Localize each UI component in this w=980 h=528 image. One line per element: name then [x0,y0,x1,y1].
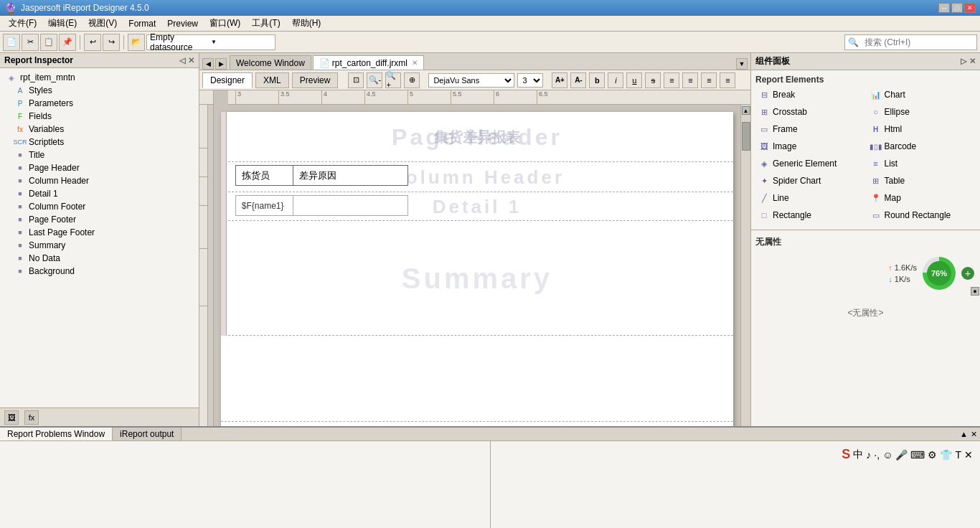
ime-icon-10[interactable]: T [955,449,961,461]
menu-format[interactable]: Format [123,17,161,30]
italic-button[interactable]: i [608,72,623,88]
tree-page-footer[interactable]: ■ Page Footer [0,213,199,226]
right-panel-close-button[interactable]: ✕ [969,57,976,66]
restore-button[interactable]: □ [951,3,963,13]
font-family-select[interactable]: DejaVu Sans [428,73,514,88]
ime-icon-9[interactable]: 👕 [940,449,952,461]
tree-parameters[interactable]: P Parameters [0,97,199,110]
ime-icon-2[interactable]: 中 [853,448,863,461]
right-scroll-indicator[interactable]: ● [971,287,979,296]
font-bigger-button[interactable]: A+ [552,72,567,88]
element-generic[interactable]: ◈ Generic Element [755,156,864,171]
expression-button[interactable]: fx [24,410,39,425]
ime-icon-6[interactable]: 🎤 [895,449,908,461]
ime-icon-1[interactable]: S [842,447,850,462]
element-chart[interactable]: 📊 Chart [867,88,976,102]
paste-button[interactable]: 📌 [59,34,76,51]
new-button[interactable]: 📄 [3,34,20,51]
element-html[interactable]: H Html [867,122,976,136]
tree-column-header[interactable]: ■ Column Header [0,174,199,187]
open-button[interactable]: 📂 [128,34,145,51]
tree-root[interactable]: ◈ rpt_item_mntn [0,71,199,84]
menu-help[interactable]: 帮助(H) [286,16,327,31]
element-round-rectangle[interactable]: ▭ Round Rectangle [867,208,976,222]
copy-button[interactable]: 📋 [40,34,57,51]
minimize-button[interactable]: ─ [938,3,950,13]
element-map[interactable]: 📍 Map [867,191,976,205]
undo-button[interactable]: ↩ [84,34,101,51]
menu-view[interactable]: 视图(V) [83,16,123,31]
ime-icon-7[interactable]: ⌨ [910,449,925,461]
tree-detail1[interactable]: ■ Detail 1 [0,187,199,200]
tree-title[interactable]: ■ Title [0,148,199,161]
element-spider-chart[interactable]: ✦ Spider Chart [755,174,864,188]
menu-edit[interactable]: 编辑(E) [42,16,83,31]
element-line[interactable]: ╱ Line [755,191,864,205]
redo-button[interactable]: ↪ [103,34,120,51]
element-frame[interactable]: ▭ Frame [755,122,864,136]
tab-jrxml[interactable]: 📄 rpt_carton_diff.jrxml ✕ [313,55,424,70]
ime-icon-8[interactable]: ⚙ [928,449,937,461]
bold-button[interactable]: b [589,72,605,88]
element-crosstab[interactable]: ⊞ Crosstab [755,105,864,119]
bottom-collapse-button[interactable]: ▲ [960,430,968,438]
ime-icon-3[interactable]: ♪ [866,449,871,461]
menu-tools[interactable]: 工具(T) [246,16,286,31]
bottom-close-button[interactable]: ✕ [971,430,977,439]
tree-page-header[interactable]: ■ Page Header [0,161,199,174]
tree-column-footer[interactable]: ■ Column Footer [0,200,199,213]
add-button[interactable]: + [961,267,974,280]
tree-fields[interactable]: F Fields [0,110,199,123]
strikethrough-button[interactable]: s [645,72,661,88]
vertical-scrollbar[interactable]: ▲ ▼ [740,105,750,426]
zoom-in-button[interactable]: 🔍+ [385,72,401,88]
inspector-close-button[interactable]: ✕ [188,56,194,65]
font-smaller-button[interactable]: A- [570,72,586,88]
align-center-button[interactable]: ≡ [682,72,698,88]
element-list[interactable]: ≡ List [867,156,976,171]
scroll-thumb[interactable] [742,122,750,151]
tab-nav-prev[interactable]: ◀ [202,58,214,70]
zoom-select-button[interactable]: ⊕ [404,72,420,88]
underline-button[interactable]: u [626,72,642,88]
problems-tab[interactable]: Report Problems Window [0,428,113,440]
align-left-button[interactable]: ≡ [664,72,679,88]
ime-icon-11[interactable]: ✕ [964,449,973,461]
tree-variables[interactable]: fx Variables [0,123,199,136]
element-ellipse[interactable]: ○ Ellipse [867,105,976,119]
tree-last-page-footer[interactable]: ■ Last Page Footer [0,226,199,239]
tree-no-data[interactable]: ■ No Data [0,252,199,265]
menu-window[interactable]: 窗口(W) [204,16,246,31]
zoom-fit-button[interactable]: ⊡ [348,72,364,88]
tree-scriptlets[interactable]: SCR Scriptlets [0,136,199,148]
tree-styles[interactable]: A Styles [0,84,199,97]
align-justify-button[interactable]: ≡ [720,72,735,88]
right-panel-expand-button[interactable]: ▷ [961,57,966,66]
add-item-button[interactable]: 🖼 [4,410,19,425]
inspector-collapse-button[interactable]: ◁ [179,56,185,65]
report-canvas[interactable]: 集货差异报表 Page Header Column Header [221,112,733,426]
search-input[interactable] [862,37,976,47]
ime-icon-5[interactable]: ☺ [882,449,892,461]
designer-tab-button[interactable]: Designer [202,72,253,88]
scroll-up-button[interactable]: ▲ [742,106,750,115]
align-right-button[interactable]: ≡ [701,72,717,88]
zoom-out-button[interactable]: 🔍- [367,72,382,88]
tree-summary[interactable]: ■ Summary [0,239,199,252]
element-rectangle[interactable]: □ Rectangle [755,208,864,222]
menu-file[interactable]: 文件(F) [3,16,42,31]
tab-overflow-button[interactable]: ▼ [736,58,748,70]
tab-nav-next[interactable]: ▶ [215,58,227,70]
menu-preview[interactable]: Preview [161,17,204,30]
ime-icon-4[interactable]: ·, [874,449,880,461]
close-button[interactable]: ✕ [964,3,976,13]
element-table[interactable]: ⊞ Table [867,174,976,188]
font-size-select[interactable]: 3 [517,73,543,88]
xml-tab-button[interactable]: XML [255,72,289,88]
element-image[interactable]: 🖼 Image [755,139,864,154]
element-break[interactable]: ⊟ Break [755,88,864,102]
element-barcode[interactable]: ▮▯▮ Barcode [867,139,976,154]
datasource-dropdown[interactable]: Empty datasource ▼ [146,34,275,50]
preview-tab-button[interactable]: Preview [292,72,339,88]
output-tab[interactable]: iReport output [113,428,182,440]
